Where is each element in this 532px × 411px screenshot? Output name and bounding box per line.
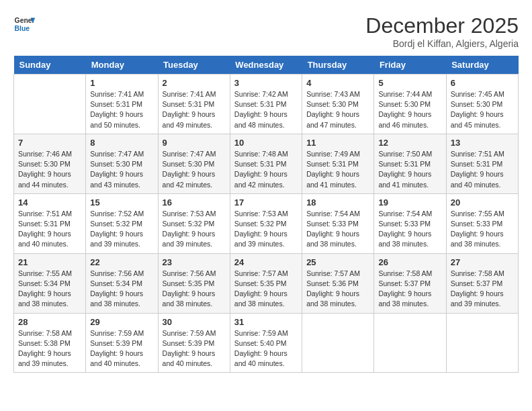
day-number: 9	[163, 138, 226, 148]
day-number: 4	[306, 78, 369, 88]
day-header-thursday: Thursday	[302, 56, 374, 75]
logo-icon: General Blue	[13, 13, 35, 35]
calendar-cell: 22Sunrise: 7:56 AMSunset: 5:34 PMDayligh…	[86, 253, 158, 313]
day-header-monday: Monday	[86, 56, 158, 75]
cell-content: Sunrise: 7:51 AMSunset: 5:31 PMDaylight:…	[18, 209, 81, 250]
day-number: 31	[234, 317, 298, 327]
cell-content: Sunrise: 7:43 AMSunset: 5:30 PMDaylight:…	[306, 89, 369, 130]
cell-content: Sunrise: 7:47 AMSunset: 5:30 PMDaylight:…	[90, 149, 153, 190]
calendar-cell: 3Sunrise: 7:42 AMSunset: 5:31 PMDaylight…	[230, 75, 302, 134]
cell-content: Sunrise: 7:52 AMSunset: 5:32 PMDaylight:…	[90, 209, 153, 250]
calendar-cell: 21Sunrise: 7:55 AMSunset: 5:34 PMDayligh…	[14, 253, 86, 313]
day-number: 24	[234, 257, 298, 267]
cell-content: Sunrise: 7:42 AMSunset: 5:31 PMDaylight:…	[234, 89, 298, 130]
cell-content: Sunrise: 7:56 AMSunset: 5:35 PMDaylight:…	[163, 269, 226, 310]
day-header-sunday: Sunday	[14, 56, 86, 75]
day-number: 12	[378, 138, 441, 148]
calendar-cell: 1Sunrise: 7:41 AMSunset: 5:31 PMDaylight…	[86, 75, 158, 134]
day-number: 8	[90, 138, 153, 148]
calendar-cell: 18Sunrise: 7:54 AMSunset: 5:33 PMDayligh…	[302, 193, 374, 253]
calendar-cell: 10Sunrise: 7:48 AMSunset: 5:31 PMDayligh…	[230, 134, 302, 193]
cell-content: Sunrise: 7:57 AMSunset: 5:36 PMDaylight:…	[306, 269, 369, 310]
calendar-cell	[446, 313, 518, 373]
day-header-wednesday: Wednesday	[230, 56, 302, 75]
day-number: 26	[378, 257, 441, 267]
calendar-week-3: 14Sunrise: 7:51 AMSunset: 5:31 PMDayligh…	[14, 193, 519, 253]
day-number: 1	[90, 78, 153, 88]
calendar-cell: 12Sunrise: 7:50 AMSunset: 5:31 PMDayligh…	[374, 134, 446, 193]
calendar-week-1: 1Sunrise: 7:41 AMSunset: 5:31 PMDaylight…	[14, 75, 519, 134]
calendar-week-2: 7Sunrise: 7:46 AMSunset: 5:30 PMDaylight…	[14, 134, 519, 193]
calendar-cell: 9Sunrise: 7:47 AMSunset: 5:30 PMDaylight…	[158, 134, 230, 193]
calendar-cell: 26Sunrise: 7:58 AMSunset: 5:37 PMDayligh…	[374, 253, 446, 313]
day-number: 20	[451, 197, 514, 208]
cell-content: Sunrise: 7:41 AMSunset: 5:31 PMDaylight:…	[90, 89, 153, 130]
day-number: 3	[234, 78, 298, 88]
cell-content: Sunrise: 7:47 AMSunset: 5:30 PMDaylight:…	[163, 149, 226, 190]
calendar-cell	[374, 313, 446, 373]
cell-content: Sunrise: 7:53 AMSunset: 5:32 PMDaylight:…	[163, 209, 226, 250]
location: Bordj el Kiffan, Algiers, Algeria	[365, 38, 519, 49]
calendar-cell: 15Sunrise: 7:52 AMSunset: 5:32 PMDayligh…	[86, 193, 158, 253]
cell-content: Sunrise: 7:58 AMSunset: 5:38 PMDaylight:…	[18, 328, 81, 369]
calendar-cell: 19Sunrise: 7:54 AMSunset: 5:33 PMDayligh…	[374, 193, 446, 253]
calendar-cell: 25Sunrise: 7:57 AMSunset: 5:36 PMDayligh…	[302, 253, 374, 313]
calendar-cell: 30Sunrise: 7:59 AMSunset: 5:39 PMDayligh…	[158, 313, 230, 373]
calendar-cell: 23Sunrise: 7:56 AMSunset: 5:35 PMDayligh…	[158, 253, 230, 313]
calendar-cell: 28Sunrise: 7:58 AMSunset: 5:38 PMDayligh…	[14, 313, 86, 373]
page-header: General Blue December 2025 Bordj el Kiff…	[13, 13, 519, 49]
calendar-cell: 4Sunrise: 7:43 AMSunset: 5:30 PMDaylight…	[302, 75, 374, 134]
day-header-saturday: Saturday	[446, 56, 518, 75]
calendar-cell: 6Sunrise: 7:45 AMSunset: 5:30 PMDaylight…	[446, 75, 518, 134]
month-title: December 2025	[365, 13, 519, 38]
day-number: 29	[90, 317, 153, 327]
day-header-friday: Friday	[374, 56, 446, 75]
day-number: 27	[451, 257, 514, 267]
day-number: 11	[306, 138, 369, 148]
calendar-cell: 31Sunrise: 7:59 AMSunset: 5:40 PMDayligh…	[230, 313, 302, 373]
cell-content: Sunrise: 7:59 AMSunset: 5:40 PMDaylight:…	[234, 328, 298, 369]
calendar-cell	[302, 313, 374, 373]
cell-content: Sunrise: 7:51 AMSunset: 5:31 PMDaylight:…	[451, 149, 514, 190]
day-number: 13	[451, 138, 514, 148]
day-number: 10	[234, 138, 298, 148]
calendar-cell: 27Sunrise: 7:58 AMSunset: 5:37 PMDayligh…	[446, 253, 518, 313]
cell-content: Sunrise: 7:53 AMSunset: 5:32 PMDaylight:…	[234, 209, 298, 250]
cell-content: Sunrise: 7:58 AMSunset: 5:37 PMDaylight:…	[451, 269, 514, 310]
logo: General Blue	[13, 13, 35, 35]
cell-content: Sunrise: 7:46 AMSunset: 5:30 PMDaylight:…	[18, 149, 81, 190]
day-number: 28	[18, 317, 81, 327]
day-number: 23	[163, 257, 226, 267]
title-block: December 2025 Bordj el Kiffan, Algiers, …	[365, 13, 519, 49]
day-number: 17	[234, 197, 298, 208]
calendar-cell: 17Sunrise: 7:53 AMSunset: 5:32 PMDayligh…	[230, 193, 302, 253]
day-number: 6	[451, 78, 514, 88]
cell-content: Sunrise: 7:54 AMSunset: 5:33 PMDaylight:…	[306, 209, 369, 250]
svg-text:Blue: Blue	[15, 25, 30, 32]
calendar-cell: 20Sunrise: 7:55 AMSunset: 5:33 PMDayligh…	[446, 193, 518, 253]
day-number: 18	[306, 197, 369, 208]
cell-content: Sunrise: 7:54 AMSunset: 5:33 PMDaylight:…	[378, 209, 441, 250]
calendar-cell	[14, 75, 86, 134]
cell-content: Sunrise: 7:56 AMSunset: 5:34 PMDaylight:…	[90, 269, 153, 310]
cell-content: Sunrise: 7:58 AMSunset: 5:37 PMDaylight:…	[378, 269, 441, 310]
calendar-cell: 24Sunrise: 7:57 AMSunset: 5:35 PMDayligh…	[230, 253, 302, 313]
calendar-table: SundayMondayTuesdayWednesdayThursdayFrid…	[13, 56, 519, 373]
cell-content: Sunrise: 7:59 AMSunset: 5:39 PMDaylight:…	[90, 328, 153, 369]
cell-content: Sunrise: 7:59 AMSunset: 5:39 PMDaylight:…	[163, 328, 226, 369]
day-number: 25	[306, 257, 369, 267]
cell-content: Sunrise: 7:55 AMSunset: 5:34 PMDaylight:…	[18, 269, 81, 310]
calendar-cell: 8Sunrise: 7:47 AMSunset: 5:30 PMDaylight…	[86, 134, 158, 193]
day-number: 7	[18, 138, 81, 148]
day-number: 2	[163, 78, 226, 88]
day-number: 21	[18, 257, 81, 267]
calendar-cell: 11Sunrise: 7:49 AMSunset: 5:31 PMDayligh…	[302, 134, 374, 193]
cell-content: Sunrise: 7:55 AMSunset: 5:33 PMDaylight:…	[451, 209, 514, 250]
cell-content: Sunrise: 7:48 AMSunset: 5:31 PMDaylight:…	[234, 149, 298, 190]
cell-content: Sunrise: 7:57 AMSunset: 5:35 PMDaylight:…	[234, 269, 298, 310]
day-number: 14	[18, 197, 81, 208]
cell-content: Sunrise: 7:44 AMSunset: 5:30 PMDaylight:…	[378, 89, 441, 130]
cell-content: Sunrise: 7:50 AMSunset: 5:31 PMDaylight:…	[378, 149, 441, 190]
calendar-week-5: 28Sunrise: 7:58 AMSunset: 5:38 PMDayligh…	[14, 313, 519, 373]
cell-content: Sunrise: 7:49 AMSunset: 5:31 PMDaylight:…	[306, 149, 369, 190]
